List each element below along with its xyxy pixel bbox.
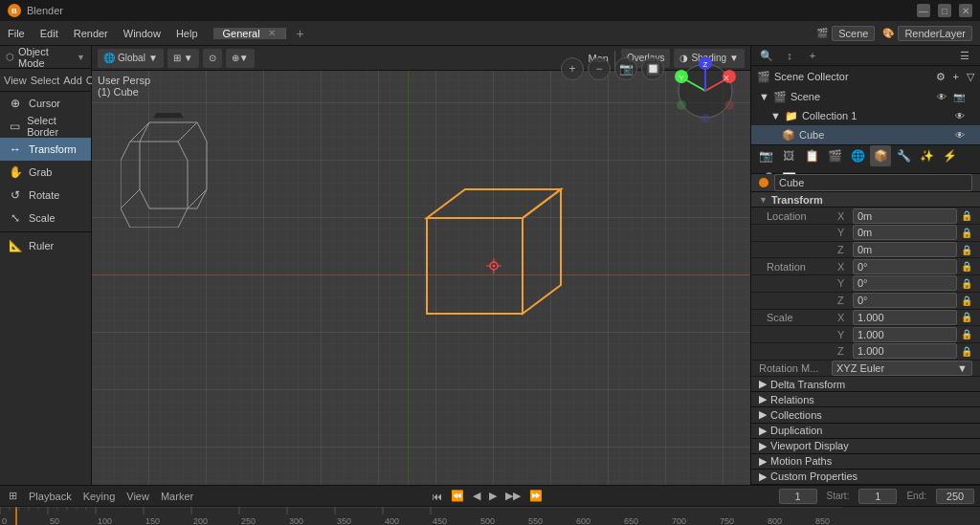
menu-window[interactable]: Window — [116, 21, 168, 45]
viewport-proportional-btn[interactable]: ⊙ — [203, 49, 222, 68]
scale-z-lock-icon[interactable]: 🔒 — [961, 345, 972, 357]
rp-filter-btn[interactable]: 🔍 — [757, 46, 776, 65]
tl-current-frame[interactable]: 1 — [779, 489, 817, 504]
prop-scene-icon[interactable]: 🎬 — [824, 145, 845, 166]
collection-tree-item[interactable]: ▼ 📁 Collection 1 👁 — [751, 106, 980, 125]
tl-step-forward-btn[interactable]: ⏩ — [526, 490, 546, 502]
delta-transform-section[interactable]: ▶ Delta Transform — [751, 377, 980, 392]
location-y-value[interactable]: 0m — [853, 225, 957, 240]
scene-eye-icon[interactable]: 👁 — [937, 92, 947, 102]
prop-modifier-icon[interactable]: 🔧 — [893, 145, 914, 166]
tool-transform[interactable]: ↔ Transform — [0, 138, 91, 161]
location-x-lock-icon[interactable]: 🔒 — [961, 210, 972, 222]
prop-view-layer-icon[interactable]: 📋 — [801, 145, 822, 166]
tl-go-start-btn[interactable]: ⏮ — [429, 491, 445, 502]
location-y-lock-icon[interactable]: 🔒 — [961, 227, 972, 238]
cube-eye-icon[interactable]: 👁 — [955, 130, 965, 141]
object-name-field[interactable] — [774, 174, 972, 191]
close-button[interactable]: ✕ — [959, 4, 972, 17]
tl-keying-btn[interactable]: Keying — [80, 491, 119, 502]
duplication-section[interactable]: ▶ Duplication — [751, 424, 980, 439]
relations-section[interactable]: ▶ Relations — [751, 392, 980, 407]
location-z-lock-icon[interactable]: 🔒 — [961, 244, 972, 255]
transform-section-header[interactable]: ▼ Transform — [751, 192, 980, 208]
menu-render[interactable]: Render — [66, 21, 116, 45]
nav-camera[interactable]: 📷 — [614, 57, 637, 80]
viewport-gizmo[interactable]: X Y Z — [672, 57, 739, 124]
viewport[interactable]: User Persp (1) Cube 🌐 Global ▼ ⊞▼ ⊙ ⊕▼ — [92, 46, 750, 485]
tool-scale[interactable]: ⤡ Scale — [0, 207, 91, 230]
motion-paths-section[interactable]: ▶ Motion Paths — [751, 454, 980, 470]
minimize-button[interactable]: — — [917, 4, 930, 17]
rp-sort-btn[interactable]: ↕ — [780, 46, 799, 65]
scene-tree-item[interactable]: ▼ 🎬 Scene 👁 📷 — [751, 87, 980, 106]
tool-grab[interactable]: ✋ Grab — [0, 161, 91, 184]
collections-section[interactable]: ▶ Collections — [751, 407, 980, 423]
rp-options-icon[interactable]: ⚙ — [936, 71, 946, 83]
add-tab-button[interactable]: + — [290, 23, 311, 44]
rotation-mode-dropdown[interactable]: XYZ Euler ▼ — [832, 361, 972, 376]
tool-cursor[interactable]: ⊕ Cursor — [0, 92, 91, 115]
scale-y-lock-icon[interactable]: 🔒 — [961, 329, 972, 340]
location-x-value[interactable]: 0m — [853, 208, 957, 224]
rotation-y-lock-icon[interactable]: 🔒 — [961, 277, 972, 289]
nav-perspective[interactable]: 🔲 — [641, 57, 664, 80]
tl-menu-btn[interactable]: ⊞ — [6, 490, 20, 502]
prop-output-icon[interactable]: 🖼 — [778, 145, 799, 166]
viewport-transform-btn[interactable]: ⊕▼ — [226, 49, 255, 68]
rotation-z-lock-icon[interactable]: 🔒 — [961, 295, 972, 306]
scale-x-lock-icon[interactable]: 🔒 — [961, 312, 972, 323]
tab-general[interactable]: General ✕ — [213, 28, 286, 39]
rotation-x-value[interactable]: 0° — [853, 259, 957, 274]
menu-help[interactable]: Help — [168, 21, 206, 45]
location-z-value[interactable]: 0m — [853, 242, 957, 257]
view-menu[interactable]: View — [4, 75, 27, 86]
rp-add-btn[interactable]: + — [803, 46, 822, 65]
scale-x-value[interactable]: 1.000 — [853, 310, 957, 325]
scene-camera-icon[interactable]: 📷 — [953, 92, 965, 102]
tl-start-frame[interactable]: 1 — [858, 489, 897, 504]
prop-object-icon[interactable]: 📦 — [870, 145, 891, 166]
rotation-x-lock-icon[interactable]: 🔒 — [961, 261, 972, 273]
rp-view-btn[interactable]: ☰ — [955, 46, 974, 65]
tl-next-key-btn[interactable]: ▶▶ — [502, 490, 523, 502]
rotation-z-value[interactable]: 0° — [853, 293, 957, 308]
custom-properties-section[interactable]: ▶ Custom Properties — [751, 470, 980, 485]
prop-particles-icon[interactable]: ✨ — [916, 145, 937, 166]
nav-zoom-in[interactable]: + — [561, 57, 584, 80]
cube-tree-item[interactable]: 📦 Cube 👁 — [751, 125, 980, 144]
collection-eye-icon[interactable]: 👁 — [955, 111, 965, 121]
scale-y-value[interactable]: 1.000 — [853, 327, 957, 342]
rotation-y-value[interactable]: 0° — [853, 275, 957, 291]
rp-add-icon[interactable]: + — [953, 71, 959, 82]
tl-view-btn[interactable]: View — [123, 491, 152, 502]
tl-prev-key-btn[interactable]: ◀ — [470, 490, 483, 502]
prop-world-icon[interactable]: 🌐 — [847, 145, 868, 166]
viewport-global-btn[interactable]: 🌐 Global ▼ — [98, 49, 164, 68]
rp-filter-icon[interactable]: ▽ — [967, 71, 974, 83]
tl-play-btn[interactable]: ▶ — [486, 490, 500, 502]
timeline-ruler[interactable]: 0 50 100 150 200 250 300 350 400 450 500… — [0, 506, 980, 525]
tool-rotate[interactable]: ↺ Rotate — [0, 184, 91, 207]
tl-step-back-btn[interactable]: ⏪ — [448, 490, 467, 502]
nav-zoom-out[interactable]: − — [588, 57, 611, 80]
select-menu[interactable]: Select — [31, 75, 60, 86]
tl-end-frame[interactable]: 250 — [936, 489, 974, 504]
scene-name[interactable]: Scene — [832, 26, 875, 41]
maximize-button[interactable]: □ — [938, 4, 951, 17]
viewport-snap-btn[interactable]: ⊞▼ — [167, 49, 199, 68]
tool-ruler[interactable]: 📐 Ruler — [0, 234, 91, 257]
render-layer-name[interactable]: RenderLayer — [898, 26, 972, 41]
tool-select-border[interactable]: ▭ Select Border — [0, 115, 91, 138]
tl-start-label: Start: — [827, 491, 850, 501]
viewport-display-section[interactable]: ▶ Viewport Display — [751, 439, 980, 454]
menu-edit[interactable]: Edit — [33, 21, 66, 45]
tab-close-icon[interactable]: ✕ — [268, 28, 276, 38]
scale-z-value[interactable]: 1.000 — [853, 343, 957, 359]
menu-file[interactable]: File — [0, 21, 33, 45]
tl-marker-btn[interactable]: Marker — [158, 491, 196, 502]
prop-physics-icon[interactable]: ⚡ — [939, 145, 960, 166]
add-menu[interactable]: Add — [63, 75, 82, 86]
prop-render-icon[interactable]: 📷 — [755, 145, 776, 166]
tl-playback-btn[interactable]: Playback — [26, 491, 75, 502]
